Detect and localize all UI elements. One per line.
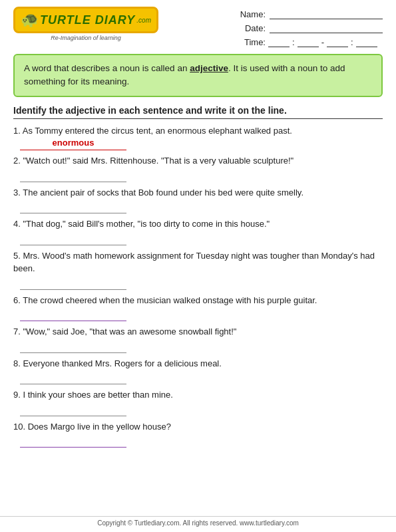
logo-text: TURTLE DIARY xyxy=(40,13,135,27)
question-item-7: 7. "Wow," said Joe, "that was an awesome… xyxy=(13,325,383,353)
question-text-2: 2. "Watch out!" said Mrs. Rittenhouse. "… xyxy=(13,154,383,168)
answer-line-6[interactable] xyxy=(20,309,126,321)
question-item-8: 8. Everyone thanked Mrs. Rogers for a de… xyxy=(13,357,383,385)
question-item-10: 10. Does Margo live in the yellow house? xyxy=(13,420,383,448)
name-label: Name: xyxy=(239,9,266,19)
questions-list: 1. As Tommy entered the circus tent, an … xyxy=(13,124,383,452)
time-dash: - xyxy=(321,37,324,47)
definition-text-before: A word that describes a noun is called a… xyxy=(24,63,190,73)
answer-line-4[interactable] xyxy=(20,233,126,245)
question-text-4: 4. "That dog," said Bill's mother, "is t… xyxy=(13,217,383,231)
time-h2-line[interactable] xyxy=(327,38,348,47)
question-item-6: 6. The crowd cheered when the musician w… xyxy=(13,294,383,322)
name-fields: Name: Date: Time: : - : xyxy=(239,7,383,47)
turtle-icon: 🐢 xyxy=(21,11,39,29)
answer-line-2[interactable] xyxy=(20,170,126,182)
time-colon1: : xyxy=(292,37,295,47)
question-item-3: 3. The ancient pair of socks that Bob fo… xyxy=(13,186,383,214)
time-row: Time: : - : xyxy=(239,37,383,47)
question-text-7: 7. "Wow," said Joe, "that was an awesome… xyxy=(13,325,383,338)
answer-line-5[interactable] xyxy=(20,278,126,290)
date-input-line[interactable] xyxy=(270,24,383,33)
name-row: Name: xyxy=(239,9,383,19)
answer-line-7[interactable] xyxy=(20,341,126,353)
header: 🐢 TURTLE DIARY .com Re-Imagination of le… xyxy=(13,7,383,47)
page: 🐢 TURTLE DIARY .com Re-Imagination of le… xyxy=(0,0,396,532)
question-text-5: 5. Mrs. Wood's math homework assignment … xyxy=(13,249,383,275)
question-text-3: 3. The ancient pair of socks that Bob fo… xyxy=(13,186,383,200)
logo-sub: Re-Imagination of learning xyxy=(51,35,121,41)
question-item-1: 1. As Tommy entered the circus tent, an … xyxy=(13,124,383,151)
time-h1-line[interactable] xyxy=(268,38,290,47)
answer-line-10[interactable] xyxy=(20,436,126,448)
logo-com: .com xyxy=(136,17,151,24)
definition-box: A word that describes a noun is called a… xyxy=(13,54,383,97)
answer-line-9[interactable] xyxy=(20,404,126,416)
time-m2-line[interactable] xyxy=(356,38,377,47)
question-text-1: 1. As Tommy entered the circus tent, an … xyxy=(13,124,383,138)
question-text-8: 8. Everyone thanked Mrs. Rogers for a de… xyxy=(13,357,383,370)
answer-line-3[interactable] xyxy=(20,201,126,213)
question-item-5: 5. Mrs. Wood's math homework assignment … xyxy=(13,249,383,290)
footer: Copyright © Turtlediary.com. All rights … xyxy=(0,516,396,527)
definition-keyword: adjective xyxy=(190,63,228,73)
answer-line-8[interactable] xyxy=(20,372,126,384)
logo-box: 🐢 TURTLE DIARY .com xyxy=(13,7,158,33)
time-m1-line[interactable] xyxy=(297,38,319,47)
name-input-line[interactable] xyxy=(270,10,383,19)
answer-line-1[interactable]: enormous xyxy=(20,138,126,150)
question-text-10: 10. Does Margo live in the yellow house? xyxy=(13,420,383,434)
time-colon2: : xyxy=(351,37,353,47)
question-item-9: 9. I think your shoes are better than mi… xyxy=(13,388,383,416)
instructions: Identify the adjective in each sentence … xyxy=(13,105,383,119)
date-label: Date: xyxy=(239,23,266,33)
logo-area: 🐢 TURTLE DIARY .com Re-Imagination of le… xyxy=(13,7,158,41)
question-text-6: 6. The crowd cheered when the musician w… xyxy=(13,294,383,307)
question-item-4: 4. "That dog," said Bill's mother, "is t… xyxy=(13,217,383,245)
time-label: Time: xyxy=(239,37,266,47)
question-text-9: 9. I think your shoes are better than mi… xyxy=(13,388,383,402)
date-row: Date: xyxy=(239,23,383,33)
question-item-2: 2. "Watch out!" said Mrs. Rittenhouse. "… xyxy=(13,154,383,182)
